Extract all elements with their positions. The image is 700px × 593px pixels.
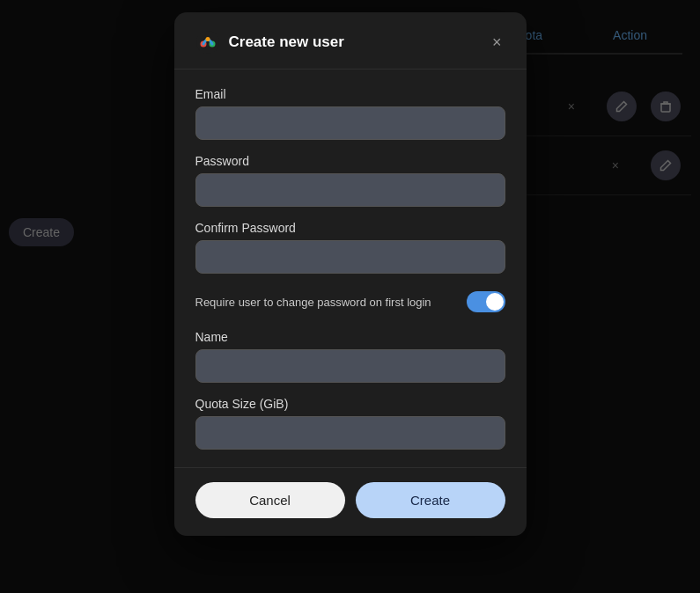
create-user-modal: Create new user × Email Password Confirm…: [174, 12, 527, 536]
modal-body: Email Password Confirm Password Require …: [174, 70, 527, 467]
confirm-password-input[interactable]: [195, 240, 505, 274]
require-password-change-toggle[interactable]: [467, 291, 505, 312]
modal-header: Create new user ×: [174, 12, 527, 70]
name-group: Name: [195, 330, 505, 383]
require-password-change-row: Require user to change password on first…: [195, 288, 505, 316]
quota-group: Quota Size (GiB): [195, 397, 505, 450]
name-input[interactable]: [195, 349, 505, 383]
modal-title: Create new user: [229, 33, 344, 51]
password-group: Password: [195, 154, 505, 207]
email-label: Email: [195, 87, 505, 101]
quota-input[interactable]: [195, 416, 505, 450]
nextcloud-icon: [195, 30, 220, 55]
modal-footer: Cancel Create: [174, 467, 527, 536]
cancel-button[interactable]: Cancel: [195, 482, 345, 518]
modal-title-area: Create new user: [195, 30, 344, 55]
quota-label: Quota Size (GiB): [195, 397, 505, 411]
confirm-password-label: Confirm Password: [195, 221, 505, 235]
password-label: Password: [195, 154, 505, 168]
svg-point-4: [205, 37, 210, 41]
email-group: Email: [195, 87, 505, 140]
name-label: Name: [195, 330, 505, 344]
confirm-password-group: Confirm Password: [195, 221, 505, 274]
toggle-label: Require user to change password on first…: [195, 296, 467, 309]
modal-overlay: Create new user × Email Password Confirm…: [0, 0, 700, 593]
create-button[interactable]: Create: [356, 482, 505, 518]
password-input[interactable]: [195, 173, 505, 207]
modal-close-button[interactable]: ×: [489, 31, 505, 54]
svg-point-1: [196, 31, 219, 54]
email-input[interactable]: [195, 106, 505, 140]
